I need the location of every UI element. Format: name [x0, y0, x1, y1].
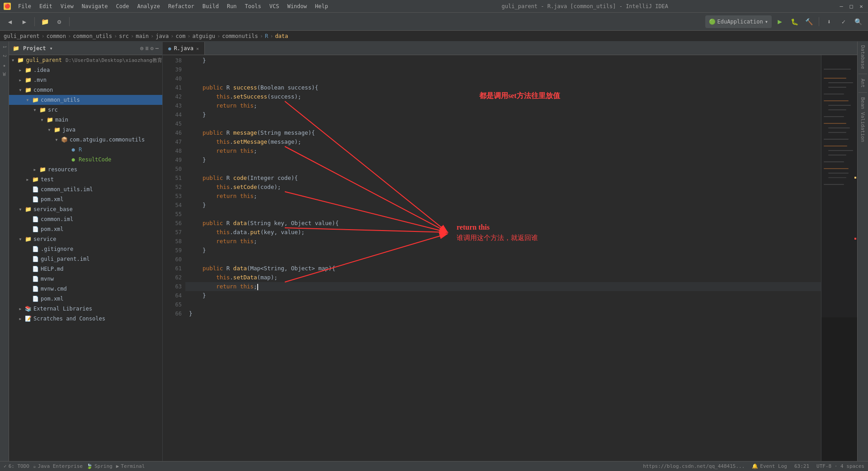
- url-display[interactable]: https://blog.csdn.net/qq_448415...: [643, 463, 745, 469]
- menu-file[interactable]: File: [14, 2, 35, 10]
- breadcrumb-part-5[interactable]: main: [136, 33, 149, 39]
- project-panel-header: 📁 Project ▾ ⊙ ≡ ⚙ —: [9, 42, 162, 55]
- minimap[interactable]: [821, 55, 857, 461]
- run-config-dropdown-icon[interactable]: ▾: [765, 19, 768, 25]
- back-button[interactable]: ◀: [4, 15, 16, 28]
- menu-edit[interactable]: Edit: [36, 2, 56, 10]
- structure-view-icon[interactable]: 2: [1, 52, 8, 60]
- ant-panel-label[interactable]: Ant: [860, 75, 866, 91]
- tree-item-pom-3[interactable]: ▶ 📄 pom.xml: [9, 294, 162, 304]
- encoding-display[interactable]: UTF-8 · 4 spaces: [816, 463, 864, 469]
- tree-item-service-base[interactable]: ▼ 📁 service_base: [9, 204, 162, 214]
- tree-item-resources[interactable]: ▶ 📁 resources: [9, 165, 162, 174]
- menu-analyze[interactable]: Analyze: [133, 2, 164, 10]
- tree-item-iml-2[interactable]: ▶ 📄 common.iml: [9, 214, 162, 224]
- tree-item-common[interactable]: ▼ 📁 common: [9, 85, 162, 95]
- menu-view[interactable]: View: [57, 2, 77, 10]
- breadcrumb-part-2[interactable]: common: [47, 33, 66, 39]
- project-dropdown-icon[interactable]: ▾: [50, 45, 53, 52]
- menu-build[interactable]: Build: [199, 2, 222, 10]
- status-right: https://blog.csdn.net/qq_448415... 🔔 Eve…: [643, 463, 864, 469]
- run-button[interactable]: ▶: [774, 15, 786, 28]
- tree-item-src[interactable]: ▼ 📁 src: [9, 105, 162, 115]
- git-commit-button[interactable]: ✓: [837, 15, 850, 28]
- java-enterprise-button[interactable]: ☕ Java Enterprise: [33, 463, 83, 469]
- tree-item-pom-1[interactable]: ▶ 📄 pom.xml: [9, 194, 162, 204]
- gear-icon[interactable]: ⚙: [151, 45, 154, 52]
- search-button[interactable]: 🔍: [852, 15, 864, 28]
- expand-all-icon[interactable]: ≡: [145, 45, 148, 52]
- tree-item-gitignore[interactable]: ▶ 📄 .gitignore: [9, 244, 162, 254]
- breadcrumb-part-1[interactable]: guli_parent: [4, 33, 39, 39]
- todo-button[interactable]: ✓ 6: TODO: [4, 463, 29, 469]
- folder-icon: 📁: [24, 206, 32, 213]
- git-update-button[interactable]: ⬇: [823, 15, 835, 28]
- breadcrumb-part-8[interactable]: atguigu: [192, 33, 215, 39]
- breadcrumb-part-10[interactable]: R: [265, 33, 268, 39]
- tree-item-idea[interactable]: ▶ 📁 .idea: [9, 65, 162, 75]
- build-button[interactable]: 🔨: [802, 15, 815, 28]
- forward-button[interactable]: ▶: [18, 15, 31, 28]
- menu-help[interactable]: Help: [311, 2, 332, 10]
- breadcrumb-part-4[interactable]: src: [119, 33, 129, 39]
- tree-item-iml-1[interactable]: ▶ 📄 common_utils.iml: [9, 184, 162, 194]
- tree-item-service[interactable]: ▼ 📁 service: [9, 234, 162, 244]
- event-log-button[interactable]: 🔔 Event Log: [752, 463, 787, 469]
- tree-item-help[interactable]: ▶ 📄 HELP.md: [9, 264, 162, 274]
- close-button[interactable]: ✕: [858, 3, 864, 9]
- menu-refactor[interactable]: Refactor: [165, 2, 198, 10]
- tree-item-mvnw[interactable]: ▶ 📄 mvnw: [9, 274, 162, 284]
- breadcrumb-part-9[interactable]: commonutils: [222, 33, 258, 39]
- tree-item-test[interactable]: ▶ 📁 test: [9, 174, 162, 184]
- menu-bar[interactable]: File Edit View Navigate Code Analyze Ref…: [14, 2, 332, 10]
- tree-item-package[interactable]: ▼ 📦 com.atguigu.commonutils: [9, 135, 162, 145]
- menu-navigate[interactable]: Navigate: [78, 2, 112, 10]
- tree-item-scratches[interactable]: ▶ 📝 Scratches and Consoles: [9, 314, 162, 324]
- breadcrumb-part-11[interactable]: data: [275, 33, 288, 39]
- tab-close-icon[interactable]: ✕: [196, 46, 199, 51]
- menu-tools[interactable]: Tools: [241, 2, 265, 10]
- spring-button[interactable]: 🍃 Spring: [86, 463, 113, 469]
- code-editor[interactable]: } public R success(Boolean success){ thi…: [185, 55, 821, 461]
- tree-item-mvn[interactable]: ▶ 📁 .mvn: [9, 75, 162, 85]
- web-icon[interactable]: W: [1, 71, 8, 78]
- favorites-icon[interactable]: ★: [1, 61, 8, 69]
- tree-item-label: pom.xml: [41, 226, 64, 232]
- minimize-panel-icon[interactable]: —: [156, 45, 159, 52]
- database-panel-label[interactable]: Database: [860, 42, 866, 73]
- tree-item-main[interactable]: ▼ 📁 main: [9, 115, 162, 125]
- tree-item-ResultCode[interactable]: ▶ ● ResultCode: [9, 155, 162, 165]
- menu-vcs[interactable]: VCS: [266, 2, 283, 10]
- menu-run[interactable]: Run: [223, 2, 241, 10]
- maximize-button[interactable]: □: [848, 3, 854, 9]
- settings-button[interactable]: ⚙: [53, 15, 66, 28]
- locate-icon[interactable]: ⊙: [140, 45, 143, 52]
- menu-window[interactable]: Window: [283, 2, 310, 10]
- tree-item-common-utils[interactable]: ▼ 📁 common_utils: [9, 95, 162, 105]
- todo-icon: ✓: [4, 463, 7, 469]
- tree-item-label: External Libraries: [33, 306, 92, 312]
- tree-item-mvnw-cmd[interactable]: ▶ 📄 mvnw.cmd: [9, 284, 162, 294]
- project-structure-button[interactable]: 📁: [38, 15, 51, 28]
- breadcrumb-part-7[interactable]: com: [175, 33, 185, 39]
- window-controls[interactable]: — □ ✕: [838, 3, 864, 9]
- breadcrumb-part-6[interactable]: java: [156, 33, 169, 39]
- tree-item-root[interactable]: ▼ 📁 guli_parent D:\UserData\Desktop\xiao…: [9, 55, 162, 65]
- debug-button[interactable]: 🐛: [788, 15, 801, 28]
- tree-item-java[interactable]: ▼ 📁 java: [9, 125, 162, 135]
- tree-item-iml-3[interactable]: ▶ 📄 guli_parent.iml: [9, 254, 162, 264]
- project-view-icon[interactable]: 1: [1, 43, 8, 51]
- tree-item-ext-libs[interactable]: ▶ 📚 External Libraries: [9, 304, 162, 314]
- tree-item-label: mvnw.cmd: [41, 286, 67, 292]
- menu-code[interactable]: Code: [113, 2, 133, 10]
- tree-item-pom-2[interactable]: ▶ 📄 pom.xml: [9, 224, 162, 234]
- bean-validation-label[interactable]: Bean Validation: [860, 94, 866, 146]
- breadcrumb-part-3[interactable]: common_utils: [73, 33, 112, 39]
- tab-R-java[interactable]: ● R.java ✕: [163, 42, 205, 55]
- cursor-position[interactable]: 63:21: [794, 463, 809, 469]
- encoding-text: UTF-8 · 4 spaces: [816, 463, 864, 469]
- terminal-button[interactable]: ▶ Terminal: [116, 463, 145, 469]
- minimize-button[interactable]: —: [838, 3, 844, 9]
- tree-item-R[interactable]: ▶ ● R: [9, 145, 162, 155]
- run-config-selector[interactable]: 🟢 EduApplication ▾: [705, 15, 772, 28]
